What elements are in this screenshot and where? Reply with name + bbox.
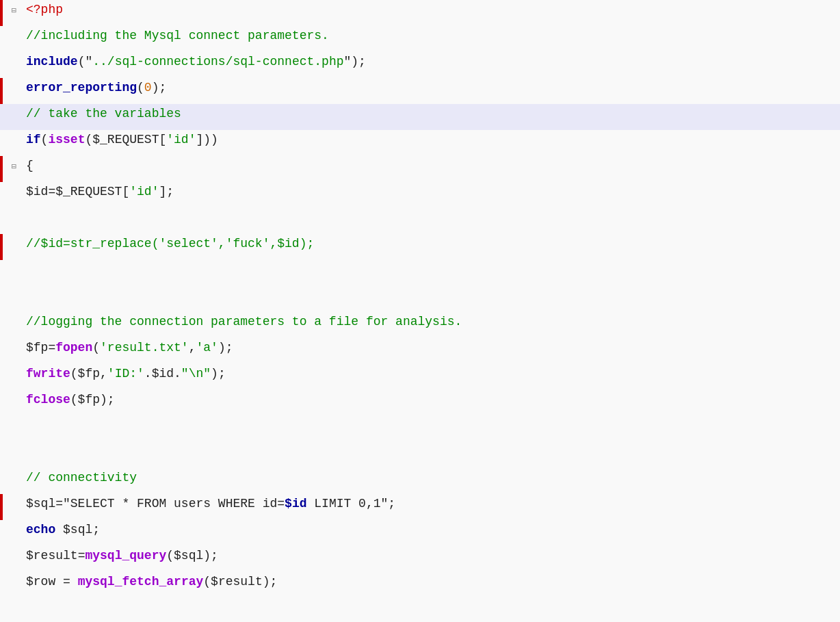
line-content: error_reporting(0); [19, 79, 840, 97]
line-content: $row = mysql_fetch_array($result); [19, 573, 840, 591]
line-content: $sql="SELECT * FROM users WHERE id=$id L… [19, 495, 840, 513]
line-content: //including the Mysql connect parameters… [19, 27, 840, 45]
code-line: error_reporting(0); [0, 78, 840, 104]
code-line [0, 286, 840, 312]
line-content: if(isset($_REQUEST['id'])) [19, 131, 840, 149]
code-line: $id=$_REQUEST['id']; [0, 182, 840, 208]
line-content: echo $sql; [19, 521, 840, 539]
line-content: // take the variables [19, 105, 840, 123]
code-line: if(isset($_REQUEST['id'])) [0, 130, 840, 156]
code-line [0, 416, 840, 442]
code-line: include("../sql-connections/sql-connect.… [0, 52, 840, 78]
code-line [0, 208, 840, 234]
line-content: //logging the connection parameters to a… [19, 313, 840, 331]
code-line: ⊟{ [0, 156, 840, 182]
line-content: fwrite($fp,'ID:'.$id."\n"); [19, 365, 840, 383]
line-content: // connectivity [19, 469, 840, 487]
code-line: // connectivity [0, 468, 840, 494]
line-content: { [19, 157, 840, 175]
code-line: // take the variables [0, 104, 840, 130]
line-content: fclose($fp); [19, 391, 840, 409]
code-line: $row = mysql_fetch_array($result); [0, 572, 840, 598]
line-content: $result=mysql_query($sql); [19, 547, 840, 565]
line-border-indicator [0, 234, 3, 260]
code-line: $result=mysql_query($sql); [0, 546, 840, 572]
code-line: $fp=fopen('result.txt','a'); [0, 338, 840, 364]
line-gutter: ⊟ [0, 161, 19, 173]
code-line: //$id=str_replace('select','fuck',$id); [0, 234, 840, 260]
line-content: //$id=str_replace('select','fuck',$id); [19, 235, 840, 253]
code-line: fwrite($fp,'ID:'.$id."\n"); [0, 364, 840, 390]
fold-marker[interactable]: ⊟ [12, 161, 16, 173]
line-border-indicator [0, 78, 3, 104]
code-line: $sql="SELECT * FROM users WHERE id=$id L… [0, 494, 840, 520]
line-content: include("../sql-connections/sql-connect.… [19, 53, 840, 71]
code-editor: ⊟<?php//including the Mysql connect para… [0, 0, 840, 622]
line-content: $id=$_REQUEST['id']; [19, 183, 840, 201]
line-content: <?php [19, 1, 840, 19]
line-border-indicator [0, 494, 3, 520]
code-line: echo $sql; [0, 520, 840, 546]
line-gutter: ⊟ [0, 5, 19, 17]
line-content: $fp=fopen('result.txt','a'); [19, 339, 840, 357]
code-line: //including the Mysql connect parameters… [0, 26, 840, 52]
code-line: //logging the connection parameters to a… [0, 312, 840, 338]
code-line: fclose($fp); [0, 390, 840, 416]
code-line [0, 442, 840, 468]
code-line [0, 260, 840, 286]
fold-marker[interactable]: ⊟ [12, 5, 16, 17]
code-line: ⊟<?php [0, 0, 840, 26]
